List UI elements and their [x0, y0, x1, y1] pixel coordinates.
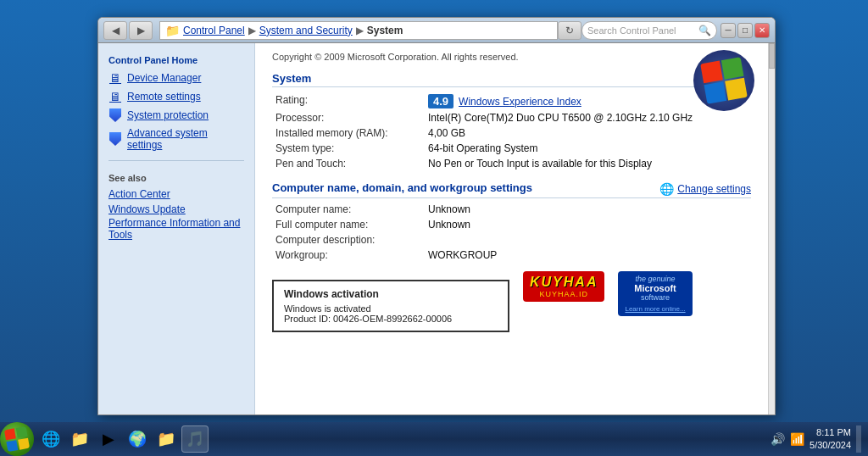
processor-label: Processor:	[272, 110, 425, 125]
taskbar: 🌐 📁 ▶ 🌍 📁 🎵 🔊 📶 8:11 PM 5/30/2024	[0, 422, 868, 456]
remote-settings-icon: 🖥	[108, 90, 122, 103]
minimize-button[interactable]: ─	[721, 23, 736, 38]
taskbar-chrome-icon[interactable]: 🌍	[124, 425, 151, 453]
computer-name-label: Computer name:	[272, 202, 425, 217]
bottom-row: Windows activation Windows is activated …	[272, 271, 751, 332]
workgroup-row: Workgroup: WORKGROUP	[272, 247, 751, 263]
shield-icon	[109, 108, 121, 122]
sidebar-see-also-title: See also	[98, 168, 254, 186]
taskbar-icons: 🌐 📁 ▶ 🌍 📁 🎵	[34, 425, 764, 453]
description-value	[425, 232, 751, 247]
rating-row: Rating: 4.9 Windows Experience Index	[272, 92, 751, 110]
taskbar-clock[interactable]: 8:11 PM 5/30/2024	[810, 426, 851, 453]
scrollbar-thumb[interactable]	[769, 43, 775, 69]
content-area: Control Panel Home 🖥 Device Manager 🖥 Re…	[98, 43, 775, 414]
sidebar: Control Panel Home 🖥 Device Manager 🖥 Re…	[98, 43, 255, 414]
type-value: 64-bit Operating System	[425, 141, 751, 156]
start-flag	[4, 426, 30, 452]
forward-button[interactable]: ▶	[129, 21, 153, 40]
back-button[interactable]: ◀	[103, 21, 127, 40]
copyright-text: Copyright © 2009 Microsoft Corporation. …	[272, 52, 751, 62]
computer-name-row: Computer name: Unknown	[272, 202, 751, 217]
taskbar-active-icon[interactable]: 🎵	[181, 425, 209, 453]
rating-number: 4.9	[428, 94, 453, 108]
sidebar-item-remote-settings[interactable]: 🖥 Remote settings	[98, 87, 254, 106]
genuine-badge[interactable]: the genuine Microsoft software Learn mor…	[618, 271, 692, 316]
sidebar-label-advanced-settings: Advanced system settings	[127, 127, 244, 151]
network-icon[interactable]: 📶	[790, 432, 804, 446]
search-box[interactable]: Search Control Panel 🔍	[581, 21, 717, 40]
computer-section: Computer name, domain, and workgroup set…	[272, 181, 751, 263]
system-info-table: Rating: 4.9 Windows Experience Index Pro…	[272, 92, 751, 171]
taskbar-right: 🔊 📶 8:11 PM 5/30/2024	[764, 425, 868, 453]
address-bar[interactable]: 📁 Control Panel ▶ System and Security ▶ …	[159, 21, 558, 40]
settings-globe-icon: 🌐	[659, 182, 674, 196]
description-label: Computer description:	[272, 232, 425, 247]
sidebar-windows-update[interactable]: Windows Update	[98, 202, 254, 217]
workgroup-value: WORKGROUP	[425, 247, 751, 263]
full-name-label: Full computer name:	[272, 217, 425, 232]
taskbar-media-icon[interactable]: ▶	[95, 425, 122, 453]
start-button[interactable]	[0, 422, 34, 456]
main-content: Copyright © 2009 Microsoft Corporation. …	[255, 43, 768, 414]
type-row: System type: 64-bit Operating System	[272, 141, 751, 156]
show-desktop-button[interactable]	[856, 425, 861, 453]
sidebar-item-system-protection[interactable]: System protection	[98, 106, 254, 125]
kuyhaa-logo: KUYHAA KUYHAA.ID	[523, 271, 604, 302]
sidebar-action-center[interactable]: Action Center	[98, 186, 254, 202]
full-name-row: Full computer name: Unknown	[272, 217, 751, 232]
genuine-text: the genuine	[636, 275, 676, 283]
activation-status: Windows is activated	[284, 303, 498, 314]
refresh-button[interactable]: ↻	[558, 21, 581, 40]
change-settings-link[interactable]: Change settings	[677, 183, 751, 195]
workgroup-label: Workgroup:	[272, 247, 425, 263]
shield-icon-2	[109, 132, 121, 146]
processor-row: Processor: Intel(R) Core(TM)2 Duo CPU T6…	[272, 110, 751, 125]
type-label: System type:	[272, 141, 425, 156]
nav-buttons-left: ◀ ▶	[103, 21, 153, 40]
taskbar-explorer-icon[interactable]: 📁	[66, 425, 93, 453]
flag-q2	[721, 57, 744, 80]
full-name-value: Unknown	[425, 217, 751, 232]
ram-label: Installed memory (RAM):	[272, 125, 425, 141]
pen-label: Pen and Touch:	[272, 156, 425, 171]
sidebar-item-advanced-settings[interactable]: Advanced system settings	[98, 125, 254, 153]
processor-value: Intel(R) Core(TM)2 Duo CPU T6500 @ 2.10G…	[425, 110, 751, 125]
rating-label: Rating:	[272, 92, 425, 110]
genuine-software: software	[641, 293, 670, 302]
clock-date: 5/30/2024	[810, 439, 851, 452]
scrollbar[interactable]	[768, 43, 775, 414]
computer-section-header: Computer name, domain, and workgroup set…	[272, 181, 532, 196]
pen-value: No Pen or Touch Input is available for t…	[425, 156, 751, 171]
breadcrumb-security[interactable]: System and Security	[259, 25, 353, 36]
taskbar-ie-icon[interactable]: 🌐	[37, 425, 64, 453]
title-bar: ◀ ▶ 📁 Control Panel ▶ System and Securit…	[98, 18, 775, 43]
close-button[interactable]: ✕	[754, 23, 770, 38]
sidebar-label-device-manager: Device Manager	[127, 72, 201, 84]
description-row: Computer description:	[272, 232, 751, 247]
sidebar-performance-tools[interactable]: Performance Information and Tools	[98, 217, 254, 242]
search-icon[interactable]: 🔍	[698, 25, 711, 36]
volume-icon[interactable]: 🔊	[771, 432, 785, 446]
sidebar-divider	[108, 160, 244, 161]
sep1: ▶	[248, 25, 256, 36]
breadcrumb-controlpanel[interactable]: Control Panel	[183, 25, 245, 36]
flag-q4	[725, 78, 748, 101]
system-protection-icon	[108, 108, 122, 122]
taskbar-folder-icon[interactable]: 📁	[153, 425, 180, 453]
clock-time: 8:11 PM	[810, 426, 851, 439]
maximize-button[interactable]: □	[737, 23, 753, 38]
windows-experience-link[interactable]: Windows Experience Index	[459, 96, 581, 108]
window-controls: ─ □ ✕	[721, 23, 770, 38]
pen-row: Pen and Touch: No Pen or Touch Input is …	[272, 156, 751, 171]
computer-name-value: Unknown	[425, 202, 751, 217]
folder-icon: 📁	[165, 24, 180, 37]
search-placeholder: Search Control Panel	[587, 25, 676, 36]
sidebar-item-device-manager[interactable]: 🖥 Device Manager	[98, 69, 254, 87]
sidebar-label-system-protection: System protection	[127, 109, 209, 121]
breadcrumb-system: System	[367, 25, 403, 36]
activation-box: Windows activation Windows is activated …	[272, 280, 509, 332]
flag-q1	[700, 61, 723, 84]
change-settings-container: 🌐 Change settings	[659, 182, 751, 196]
genuine-learn-link[interactable]: Learn more online...	[625, 305, 685, 313]
